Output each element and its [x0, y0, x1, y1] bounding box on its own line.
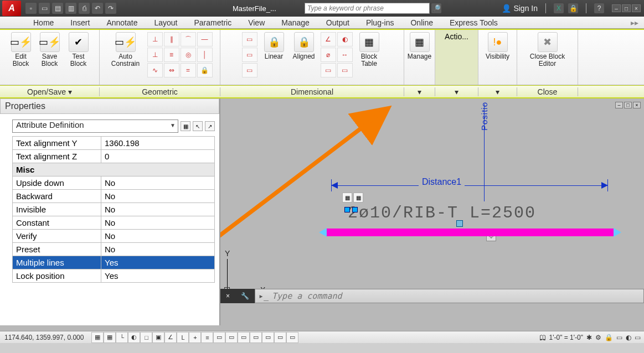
edit-block-button[interactable]: ▭⚡Edit Block [8, 32, 34, 68]
grid3-icon[interactable]: ▭ [286, 332, 298, 343]
toggle-pickadd-icon[interactable]: ▦ [181, 121, 190, 131]
collinear-icon[interactable]: ≡ [164, 48, 179, 62]
equal-icon[interactable]: = [181, 63, 196, 77]
tab-parametric[interactable]: Parametric [194, 18, 231, 27]
polar-icon[interactable]: ◐ [128, 332, 140, 343]
saveas-icon[interactable]: ▥ [65, 3, 76, 14]
tab-plugins[interactable]: Plug-ins [366, 18, 394, 27]
coincident-icon[interactable]: ⊥ [147, 32, 163, 46]
tab-output[interactable]: Output [326, 18, 349, 27]
sign-in-button[interactable]: 👤 Sign In [502, 4, 538, 13]
open-icon[interactable]: ▭ [39, 3, 50, 14]
auto-constrain-button[interactable]: ▭⚡Auto Constrain [107, 32, 144, 77]
diameter-icon[interactable]: ⌀ [321, 48, 336, 62]
block-table-button[interactable]: ▦Block Table [356, 32, 383, 68]
snap-icon[interactable]: ▦ [91, 332, 104, 343]
cmd-close-icon[interactable]: × [226, 292, 230, 300]
model-icon[interactable]: ▭ [262, 332, 274, 343]
save-icon[interactable]: ▤ [52, 3, 63, 14]
ducs-icon[interactable]: L [177, 332, 189, 343]
qp-icon[interactable]: ▭ [225, 332, 238, 343]
panel-action-drop[interactable]: ▾ [435, 87, 478, 96]
binoculars-icon[interactable]: 🔎 [431, 3, 441, 13]
angular-icon[interactable]: ∠ [321, 32, 336, 46]
panel-manage-drop[interactable]: ▾ [404, 87, 435, 96]
viewport-min-icon[interactable]: – [615, 102, 623, 108]
stretch-arrow-right-icon[interactable] [614, 228, 621, 237]
grip-icon[interactable] [344, 207, 350, 212]
horizontal-icon[interactable]: — [197, 32, 213, 46]
maximize-button[interactable]: □ [622, 4, 631, 12]
tab-annotate[interactable]: Annotate [106, 18, 137, 27]
annoscale-icon[interactable]: ✱ [586, 334, 592, 341]
quick-select-icon[interactable]: ↗ [205, 121, 215, 131]
command-input[interactable]: ▸_ Type a command [255, 289, 644, 303]
lock-icon[interactable]: 🔒 [568, 3, 578, 13]
object-type-selector[interactable]: Attribute Definition [12, 120, 178, 133]
symmetric-icon[interactable]: ⇔ [164, 63, 179, 77]
undo-icon[interactable]: ↶ [92, 3, 103, 14]
dim-all-icon[interactable]: ▭ [242, 63, 257, 77]
3dosnap-icon[interactable]: ▣ [152, 332, 164, 343]
perpendicular-icon[interactable]: ⊥ [147, 48, 163, 62]
save-block-button[interactable]: ▭⚡Save Block [37, 32, 63, 68]
grip-large-icon[interactable] [456, 220, 463, 227]
new-icon[interactable]: ▫ [25, 3, 37, 14]
convert-icon[interactable]: ↔ [337, 48, 353, 62]
am-icon[interactable]: ▭ [250, 332, 262, 343]
panel-visibility-drop[interactable]: ▾ [478, 87, 517, 96]
dyn-icon[interactable]: + [189, 332, 201, 343]
visibility-button[interactable]: !●Visibility [485, 32, 511, 60]
otrack-icon[interactable]: ∠ [164, 332, 177, 343]
panel-dimensional[interactable]: Dimensional [220, 87, 404, 96]
coordinate-readout[interactable]: 1174.640, 1359.997, 0.000 [0, 334, 88, 341]
tab-manage[interactable]: Manage [281, 18, 310, 27]
tangent-icon[interactable]: ⌒ [181, 32, 196, 46]
ortho-icon[interactable]: └ [116, 332, 128, 343]
parallel-icon[interactable]: ∥ [164, 32, 179, 46]
test-block-button[interactable]: ✔Test Block [65, 32, 92, 68]
app-logo[interactable]: A [2, 1, 21, 16]
tab-express-tools[interactable]: Express Tools [450, 18, 498, 27]
dim-show-icon[interactable]: ▭ [242, 32, 257, 46]
drawing-canvas[interactable]: – □ × Positio Distance1 2ø10/RIB-T L=250… [220, 98, 644, 325]
cmd-wrench-icon[interactable]: 🔧 [241, 292, 249, 300]
rebar-line[interactable] [327, 229, 614, 236]
tab-insert[interactable]: Insert [70, 18, 90, 27]
select-objects-icon[interactable]: ↖ [193, 121, 203, 131]
radial-icon[interactable]: ◐ [337, 32, 353, 46]
distance-dim[interactable] [331, 179, 608, 193]
grid2-icon[interactable]: ▭ [274, 332, 286, 343]
search-input[interactable] [305, 3, 430, 14]
viewport-max-icon[interactable]: □ [624, 102, 632, 108]
grip-icon[interactable] [352, 207, 358, 212]
tab-home[interactable]: Home [33, 18, 54, 27]
attr-action-icon[interactable]: ▦ [353, 193, 363, 203]
annotation-scale-icon[interactable]: 🕮 [539, 334, 546, 341]
scale-readout[interactable]: 1'-0" = 1'-0" [549, 334, 583, 341]
close-block-editor-button[interactable]: ✖Close Block Editor [523, 32, 573, 68]
linear-button[interactable]: 🔒Linear [261, 32, 287, 60]
isolate-icon[interactable]: ◐ [626, 334, 631, 341]
redo-icon[interactable]: ↷ [105, 3, 116, 14]
hardware-icon[interactable]: ▭ [616, 334, 622, 341]
dim-hide-icon[interactable]: ▭ [242, 48, 257, 62]
lock-ui-icon[interactable]: 🔒 [605, 334, 613, 341]
hhide-icon[interactable]: ▭ [337, 63, 353, 77]
minimize-button[interactable]: – [612, 4, 621, 12]
aligned-button[interactable]: 🔒Aligned [291, 32, 317, 60]
tab-online[interactable]: Online [410, 18, 432, 27]
attr-action-icon[interactable]: ▦ [342, 193, 352, 203]
vertical-icon[interactable]: │ [197, 48, 213, 62]
exchange-icon[interactable]: X [554, 3, 564, 13]
clean-icon[interactable]: ▭ [635, 334, 641, 341]
hshow-icon[interactable]: ▭ [321, 63, 336, 77]
lwt-icon[interactable]: ≡ [201, 332, 213, 343]
concentric-icon[interactable]: ◎ [181, 48, 196, 62]
close-button[interactable]: × [632, 4, 641, 12]
smooth-icon[interactable]: ∿ [147, 63, 163, 77]
viewport-close-icon[interactable]: × [633, 102, 641, 108]
sc-icon[interactable]: ▭ [238, 332, 250, 343]
tab-view[interactable]: View [248, 18, 265, 27]
osnap-icon[interactable]: □ [140, 332, 152, 343]
